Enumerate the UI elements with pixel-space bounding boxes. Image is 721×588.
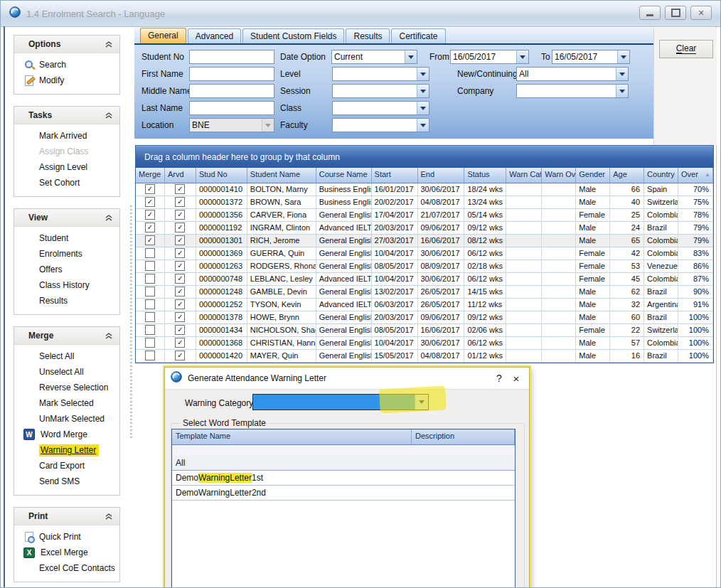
column-header-over[interactable]: Over▲ — [678, 168, 713, 183]
arrived-checkbox[interactable]: ✓ — [175, 325, 185, 335]
dialog-close-button[interactable]: × — [508, 373, 525, 385]
merge-checkbox[interactable] — [145, 325, 155, 335]
collapse-chevron-icon[interactable] — [105, 510, 112, 523]
first-name-input[interactable] — [189, 67, 274, 81]
section-header-tasks[interactable]: Tasks — [14, 107, 119, 124]
sidebar-item-set-cohort[interactable]: Set Cohort — [14, 175, 119, 191]
sidebar-item-quick-print[interactable]: Quick Print — [14, 529, 119, 545]
sidebar-item-results[interactable]: Results — [14, 293, 119, 309]
table-row[interactable]: ✓0000001378HOWE, BrynnGeneral English20/… — [136, 311, 713, 324]
merge-checkbox[interactable] — [145, 312, 155, 322]
column-header-warn-cate[interactable]: Warn Cate — [506, 168, 542, 183]
column-header-arvd[interactable]: Arvd — [165, 168, 196, 183]
clear-button[interactable]: Clear — [659, 40, 713, 58]
sidebar-item-assign-level[interactable]: Assign Level — [14, 159, 119, 175]
table-row[interactable]: ✓0000001368CHRISTIAN, HannaGeneral Engli… — [136, 337, 713, 350]
table-row[interactable]: ✓✓0000001410BOLTON, MarnyBusiness Englis… — [136, 183, 713, 196]
sidebar-item-select-all[interactable]: Select All — [14, 348, 119, 364]
sidebar-item-enrolments[interactable]: Enrolments — [14, 246, 119, 262]
merge-checkbox[interactable]: ✓ — [145, 197, 155, 207]
table-row[interactable]: ✓0000000748LEBLANC, LesleyAdvanced IELTS… — [136, 273, 713, 286]
table-row[interactable]: ✓0000001434NICHOLSON, ShaeleGeneral Engl… — [136, 324, 713, 337]
column-header-warn-ov[interactable]: Warn Ov — [542, 168, 576, 183]
merge-checkbox[interactable] — [145, 338, 155, 348]
sidebar-item-modify[interactable]: Modify — [14, 73, 119, 88]
merge-checkbox[interactable] — [145, 274, 155, 284]
column-header-gender[interactable]: Gender — [576, 168, 610, 183]
merge-checkbox[interactable]: ✓ — [145, 223, 155, 232]
middle-name-input[interactable] — [189, 84, 274, 98]
table-row[interactable]: ✓✓0000001192INGRAM, ClintonAdvanced IELT… — [136, 222, 713, 235]
template-row-demowarningletter1st[interactable]: DemoWarningLetter1st — [172, 471, 515, 486]
class-combo[interactable] — [332, 101, 429, 115]
sidebar-item-word-merge[interactable]: WWord Merge — [14, 427, 119, 442]
tab-student-custom-fields[interactable]: Student Custom Fields — [242, 28, 344, 43]
template-row-demowarningletter2nd[interactable]: DemoWarningLetter2nd — [172, 486, 515, 501]
sidebar-item-mark-selected[interactable]: Mark Selected — [14, 395, 119, 411]
column-header-stud-no[interactable]: Stud No — [196, 168, 247, 183]
collapse-chevron-icon[interactable] — [105, 211, 112, 224]
tab-general[interactable]: General — [140, 28, 186, 43]
arrived-checkbox[interactable]: ✓ — [175, 351, 185, 360]
sidebar-item-send-sms[interactable]: Send SMS — [14, 474, 119, 489]
column-header-country[interactable]: Country — [644, 168, 678, 183]
sidebar-item-mark-arrived[interactable]: Mark Arrived — [14, 128, 119, 144]
merge-checkbox[interactable]: ✓ — [145, 210, 155, 220]
arrived-checkbox[interactable]: ✓ — [175, 197, 185, 207]
collapse-chevron-icon[interactable] — [105, 38, 112, 50]
section-header-merge[interactable]: Merge — [14, 327, 119, 345]
column-header-age[interactable]: Age — [610, 168, 644, 183]
arrived-checkbox[interactable]: ✓ — [175, 312, 185, 322]
arrived-checkbox[interactable]: ✓ — [175, 274, 185, 284]
maximize-button[interactable] — [665, 6, 686, 20]
company-combo[interactable] — [516, 84, 629, 98]
template-column-header-description[interactable]: Description — [412, 429, 515, 444]
minimize-button[interactable] — [639, 6, 661, 20]
group-by-bar[interactable]: Drag a column header here to group by th… — [136, 146, 713, 168]
arrived-checkbox[interactable]: ✓ — [175, 299, 185, 309]
merge-checkbox[interactable]: ✓ — [145, 235, 155, 245]
from-date-combo[interactable]: 16/05/2017 — [450, 50, 529, 64]
faculty-combo[interactable] — [332, 118, 429, 132]
arrived-checkbox[interactable]: ✓ — [175, 235, 185, 245]
level-combo[interactable] — [332, 67, 429, 81]
student-no-input[interactable] — [189, 50, 274, 64]
sidebar-item-excel-merge[interactable]: XExcel Merge — [14, 545, 119, 560]
sidebar-item-warning-letter[interactable]: Warning Letter — [14, 442, 119, 458]
arrived-checkbox[interactable]: ✓ — [175, 338, 185, 348]
dialog-help-button[interactable]: ? — [491, 373, 508, 384]
table-row[interactable]: ✓0000001248GAMBLE, DevinGeneral English1… — [136, 286, 713, 299]
table-row[interactable]: ✓0000001263RODGERS, RhonaGeneral English… — [136, 260, 713, 273]
arrived-checkbox[interactable]: ✓ — [175, 287, 185, 296]
sidebar-item-offers[interactable]: Offers — [14, 262, 119, 277]
sidebar-item-class-history[interactable]: Class History — [14, 277, 119, 293]
sidebar-item-student[interactable]: Student — [14, 230, 119, 246]
arrived-checkbox[interactable]: ✓ — [175, 261, 185, 271]
section-header-options[interactable]: Options — [14, 36, 119, 53]
arrived-checkbox[interactable]: ✓ — [175, 184, 185, 194]
session-combo[interactable] — [332, 84, 429, 98]
to-date-combo[interactable]: 16/05/2017 — [552, 50, 630, 64]
tab-certificate[interactable]: Certificate — [391, 28, 445, 43]
collapse-chevron-icon[interactable] — [105, 109, 112, 122]
merge-checkbox[interactable]: ✓ — [145, 184, 155, 194]
arrived-checkbox[interactable]: ✓ — [175, 210, 185, 220]
merge-checkbox[interactable] — [145, 299, 155, 309]
merge-checkbox[interactable] — [145, 351, 155, 360]
section-header-view[interactable]: View — [14, 209, 119, 227]
sidebar-item-reverse-selection[interactable]: Reverse Selection — [14, 380, 119, 395]
template-filter-row[interactable] — [172, 445, 515, 456]
column-header-student-name[interactable]: Student Name — [247, 168, 316, 183]
date-option-combo[interactable]: Current — [331, 50, 417, 64]
sidebar-item-unselect-all[interactable]: Unselect All — [14, 364, 119, 380]
arrived-checkbox[interactable]: ✓ — [175, 223, 185, 232]
column-header-start[interactable]: Start — [372, 168, 418, 183]
tab-results[interactable]: Results — [346, 28, 390, 43]
sidebar-item-search[interactable]: Search — [14, 57, 119, 73]
table-row[interactable]: ✓0000001252TYSON, KevinAdvanced IELTS06/… — [136, 299, 713, 311]
tab-advanced[interactable]: Advanced — [188, 28, 241, 43]
template-column-header-template-name[interactable]: Template Name — [172, 429, 412, 444]
table-row[interactable]: ✓✓0000001372BROWN, SaraBusiness English2… — [136, 196, 713, 209]
table-row[interactable]: ✓✓0000001301RICH, JeromeGeneral English2… — [136, 235, 713, 247]
location-combo[interactable]: BNE — [189, 118, 274, 132]
